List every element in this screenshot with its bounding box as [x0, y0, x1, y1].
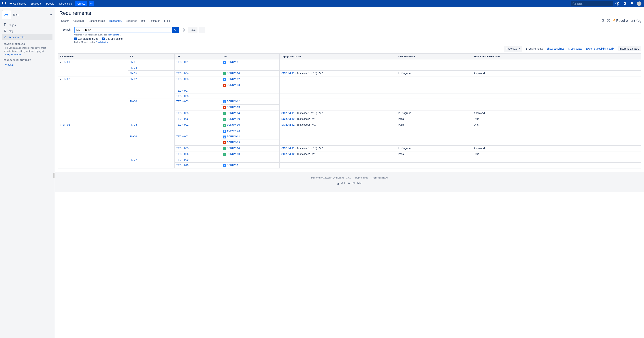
more-actions-button[interactable]: ⋯ — [198, 27, 205, 33]
jira-link[interactable]: SCRUM-12 — [227, 100, 240, 103]
page-help-icon[interactable] — [607, 19, 610, 23]
fr-link[interactable]: FN-02 — [130, 78, 137, 80]
tab-excel[interactable]: Excel — [162, 18, 172, 24]
view-all-link[interactable]: • View all — [2, 62, 52, 68]
fr-link[interactable]: FN-03 — [130, 123, 137, 126]
requirement-yogi-logo[interactable]: ༄ Requirement Yogi — [613, 18, 642, 24]
show-baselines-link[interactable]: Show baselines — [546, 47, 564, 50]
jira-link[interactable]: SCRUM-10 — [227, 123, 240, 126]
tab-estimates[interactable]: Estimates — [147, 18, 162, 24]
nav-dbconsole[interactable]: DbConsole — [58, 0, 74, 7]
tab-search[interactable]: Search — [59, 18, 71, 24]
jira-link[interactable]: SCRUM-13 — [227, 84, 240, 86]
star-icon[interactable]: ★ — [50, 13, 52, 16]
footer-report-bug-link[interactable]: Report a bug — [355, 176, 368, 179]
jira-link[interactable]: SCRUM-10 — [227, 118, 240, 120]
zephyr-link[interactable]: SCRUM-T1 — [282, 147, 294, 150]
tab-traceability[interactable]: Traceability — [107, 18, 124, 24]
requirement-link[interactable]: BR-03 — [63, 123, 70, 126]
create-button[interactable]: Create — [75, 1, 87, 6]
fr-link[interactable]: FN-04 — [130, 66, 137, 69]
space-icon[interactable] — [2, 10, 11, 19]
get-jira-checkbox[interactable]: Get data from Jira — [74, 37, 98, 40]
jira-link[interactable]: SCRUM-10 — [227, 152, 240, 156]
tr-link[interactable]: TECH-005 — [176, 147, 188, 150]
confluence-logo[interactable]: Confluence — [8, 2, 27, 6]
tr-link[interactable]: TECH-004 — [176, 72, 188, 74]
zephyr-link[interactable]: SCRUM-T2 — [282, 118, 294, 120]
tr-link[interactable]: TECH-006 — [176, 118, 188, 120]
fr-link[interactable]: FN-06 — [130, 100, 137, 103]
fr-link[interactable]: FN-06 — [130, 135, 137, 138]
search-submit-button[interactable] — [172, 27, 179, 33]
cross-space-link[interactable]: Cross-space — [568, 47, 582, 50]
sidebar-resize-handle[interactable] — [54, 173, 55, 178]
settings-icon[interactable] — [622, 1, 628, 6]
jira-link[interactable]: SCRUM-12 — [227, 129, 240, 132]
insert-macro-button[interactable]: Insert as a macro — [618, 46, 641, 51]
sidebar-item-pages[interactable]: Pages — [2, 22, 52, 28]
page-size-select[interactable]: Page size — [504, 46, 522, 52]
tr-link[interactable]: TECH-007 — [176, 89, 188, 92]
footer-news-link[interactable]: Atlassian News — [373, 176, 388, 179]
jira-link[interactable]: SCRUM-14 — [227, 112, 240, 114]
configure-sidebar-link[interactable]: Configure sidebar — [4, 53, 21, 56]
tab-diff[interactable]: Diff — [139, 18, 147, 24]
expand-icon[interactable]: ▶ — [60, 78, 62, 80]
zephyr-link[interactable]: SCRUM-T1 — [282, 112, 294, 114]
requirement-link[interactable]: BR-02 — [63, 78, 70, 80]
fr-link[interactable]: FN-07 — [130, 158, 137, 161]
jira-link[interactable]: SCRUM-11 — [227, 164, 240, 166]
tr-link[interactable]: TECH-002 — [176, 123, 188, 126]
tr-link[interactable]: TECH-003 — [176, 78, 188, 80]
jira-link[interactable]: SCRUM-11 — [227, 60, 240, 64]
global-search[interactable] — [571, 1, 613, 6]
zephyr-link[interactable]: SCRUM-T1 — [282, 72, 294, 74]
global-search-input[interactable] — [575, 2, 612, 5]
footer-confluence-link[interactable]: Atlassian Confluence — [323, 176, 344, 179]
notifications-icon[interactable] — [629, 1, 635, 6]
tr-link[interactable]: TECH-001 — [176, 60, 188, 64]
jira-link[interactable]: SCRUM-12 — [227, 135, 240, 138]
export-matrix-link[interactable]: Export traceability matrix — [586, 47, 614, 50]
search-query-input[interactable] — [74, 27, 171, 33]
sidebar-item-blog[interactable]: Blog — [2, 28, 52, 34]
save-button[interactable]: Save — [188, 27, 198, 33]
expand-icon[interactable]: ▶ — [60, 61, 62, 63]
jira-link[interactable]: SCRUM-12 — [227, 78, 240, 80]
search-help-button[interactable] — [180, 27, 187, 33]
fr-link[interactable]: FN-05 — [130, 72, 137, 74]
app-switcher-icon[interactable] — [2, 2, 6, 6]
help-icon[interactable] — [614, 1, 620, 6]
jira-link[interactable]: SCRUM-14 — [227, 72, 240, 74]
jira-link[interactable]: SCRUM-13 — [227, 141, 240, 144]
use-cache-checkbox[interactable]: Use Jira cache — [102, 37, 123, 40]
tr-link[interactable]: TECH-010 — [176, 164, 188, 166]
tr-link[interactable]: TECH-006 — [176, 152, 188, 156]
jira-link[interactable]: SCRUM-13 — [227, 106, 240, 109]
requirement-link[interactable]: BR-01 — [63, 60, 70, 64]
page-settings-icon[interactable] — [601, 19, 604, 23]
atlassian-logo[interactable]: ATLASSIAN — [55, 182, 644, 185]
expand-icon[interactable]: ▶ — [60, 124, 62, 126]
zephyr-link[interactable]: SCRUM-T2 — [282, 152, 294, 156]
space-name[interactable]: Team — [13, 13, 48, 16]
nav-people[interactable]: People — [44, 0, 56, 7]
tr-link[interactable]: TECH-009 — [176, 158, 188, 161]
fr-link[interactable]: FN-01 — [130, 60, 137, 64]
jira-calls-link[interactable]: 3 calls to Jira — [96, 41, 108, 43]
tr-link[interactable]: TECH-003 — [176, 135, 188, 138]
tab-coverage[interactable]: Coverage — [71, 18, 86, 24]
create-more-button[interactable] — [89, 1, 94, 6]
tr-link[interactable]: TECH-003 — [176, 100, 188, 103]
zephyr-link[interactable]: SCRUM-T2 — [282, 123, 294, 126]
tr-link[interactable]: TECH-005 — [176, 112, 188, 114]
search-syntax-link[interactable]: search syntax — [108, 34, 120, 36]
tr-link[interactable]: TECH-008 — [176, 94, 188, 98]
profile-avatar[interactable] — [636, 1, 642, 6]
jira-link[interactable]: SCRUM-14 — [227, 147, 240, 150]
sidebar-item-requirements[interactable]: Requirements — [2, 34, 52, 40]
tab-dependencies[interactable]: Dependencies — [86, 18, 107, 24]
tab-baselines[interactable]: Baselines — [124, 18, 139, 24]
nav-spaces[interactable]: Spaces▾ — [29, 0, 43, 7]
